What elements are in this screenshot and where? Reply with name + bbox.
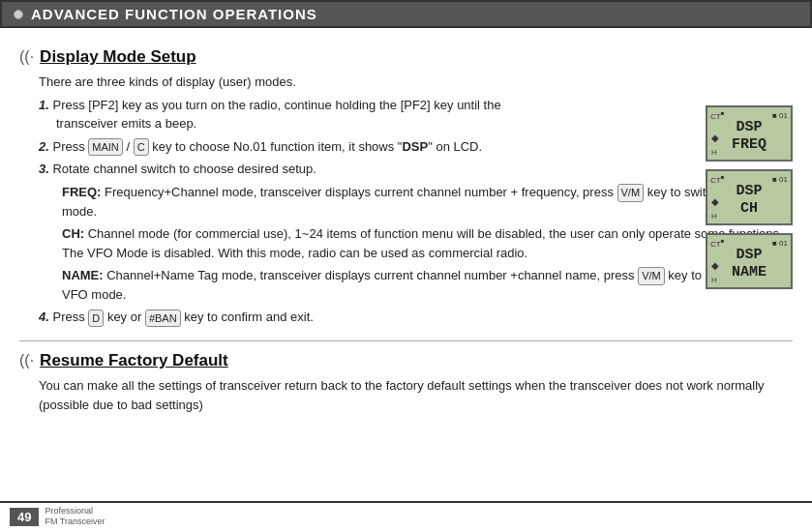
name-label: NAME: — [62, 268, 104, 282]
section2-body: You can make all the settings of transce… — [39, 376, 793, 414]
step-1: 1. Press [PF2] key as you turn on the ra… — [39, 96, 793, 133]
lcd0-text: DSP FREQ — [732, 119, 767, 154]
header-title: ADVANCED FUNCTION OPERATIONS — [31, 6, 317, 22]
step3-num: 3. — [39, 162, 49, 176]
lcd0-line1: DSP — [732, 119, 767, 136]
lcd-panel-0: CT■ ■ 01 ◆ DSP FREQ H — [706, 105, 793, 162]
step1-text: Press [PF2] key as you turn on the radio… — [39, 98, 501, 132]
lcd-panel-1: CT■ ■ 01 ◆ DSP CH H — [706, 169, 793, 225]
lcd1-line1: DSP — [736, 183, 762, 200]
main-content: ((· Display Mode Setup There are three k… — [0, 28, 812, 429]
wave-icon-2: ((· — [19, 352, 34, 369]
page-number: 49 — [10, 508, 39, 526]
section2-heading: ((· Resume Factory Default — [19, 351, 793, 370]
vfo-btn: V/M — [617, 184, 645, 202]
freq-block: FREQ: Frequency+Channel mode, transceive… — [62, 183, 793, 305]
d-btn: D — [88, 310, 104, 328]
c-btn: C — [134, 138, 149, 157]
freq-desc: Frequency+Channel mode, transceiver disp… — [62, 185, 772, 219]
step3-text: Rotate channel switch to choose desired … — [52, 162, 316, 176]
main-btn: MAIN — [88, 138, 123, 157]
footer: 49 Professional FM Transceiver — [0, 501, 812, 531]
lcd1-text: DSP CH — [736, 183, 762, 218]
lcd0-bottom: H — [711, 148, 717, 157]
lcd0-topleft: CT■ — [710, 110, 724, 121]
section2-title: Resume Factory Default — [40, 351, 228, 370]
freq-text: FREQ: Frequency+Channel mode, transceive… — [62, 183, 793, 221]
lcd2-line1: DSP — [732, 247, 767, 264]
lcd0-line2: FREQ — [732, 136, 767, 154]
lcd2-bottom: H — [711, 276, 717, 284]
lcd0-arrow: ◆ — [711, 133, 719, 143]
step1-num: 1. — [39, 98, 49, 112]
lcd2-topright: ■ 01 — [772, 239, 788, 248]
lcd-panel-2: CT■ ■ 01 ◆ DSP NAME H — [706, 233, 793, 289]
step-2: 2. Press MAIN / C key to choose No.01 fu… — [39, 137, 793, 157]
lcd2-topbar: CT■ ■ 01 — [710, 238, 788, 249]
section1-heading: ((· Display Mode Setup — [19, 47, 793, 67]
header-bar: ADVANCED FUNCTION OPERATIONS — [0, 0, 812, 28]
lcd2-text: DSP NAME — [732, 247, 767, 281]
section1-title: Display Mode Setup — [40, 47, 196, 67]
section-divider — [19, 340, 793, 341]
ch-label: CH: — [62, 226, 84, 241]
footer-line1: Professional — [45, 506, 105, 517]
lcd0-topright: ■ 01 — [772, 111, 788, 120]
name-text: NAME: Channel+Name Tag mode, transceiver… — [62, 266, 793, 304]
footer-text: Professional FM Transceiver — [45, 506, 105, 528]
step-3: 3. Rotate channel switch to choose desir… — [39, 160, 793, 179]
lcd1-bottom: H — [711, 212, 717, 221]
section1-intro: There are three kinds of display (user) … — [39, 73, 793, 92]
step2-num: 2. — [39, 139, 49, 154]
lcd2-arrow: ◆ — [711, 260, 719, 271]
lcd2-line2: NAME — [732, 264, 767, 281]
footer-line2: FM Transceiver — [45, 516, 105, 528]
lcd1-topbar: CT■ ■ 01 — [710, 174, 788, 185]
lcd2-topleft: CT■ — [710, 238, 724, 249]
step4-num: 4. — [39, 310, 49, 324]
section1-body: There are three kinds of display (user) … — [39, 73, 793, 327]
header-dot — [14, 10, 23, 19]
lcd1-topright: ■ 01 — [772, 175, 788, 184]
lcd1-arrow: ◆ — [711, 196, 719, 207]
ban-btn: #BAN — [145, 310, 181, 328]
freq-label: FREQ: — [62, 185, 101, 199]
ch-text: CH: Channel mode (for commercial use), 1… — [62, 224, 793, 262]
step4-text: Press D key or #BAN key to confirm and e… — [52, 310, 313, 324]
wave-icon-1: ((· — [19, 48, 34, 66]
lcd-panels: CT■ ■ 01 ◆ DSP FREQ H CT■ ■ 01 ◆ DSP CH … — [706, 105, 793, 289]
ch-desc: Channel mode (for commercial use), 1~24 … — [62, 226, 783, 260]
lcd1-topleft: CT■ — [710, 174, 724, 185]
lcd0-topbar: CT■ ■ 01 — [710, 110, 788, 121]
lcd1-line2: CH — [736, 200, 762, 218]
name-desc: Channel+Name Tag mode, transceiver displ… — [62, 268, 764, 302]
section2-text: You can make all the settings of transce… — [39, 376, 793, 414]
step2-text: Press MAIN / C key to choose No.01 funct… — [52, 139, 482, 154]
step-4: 4. Press D key or #BAN key to confirm an… — [39, 308, 793, 327]
vfo-btn2: V/M — [638, 267, 665, 285]
